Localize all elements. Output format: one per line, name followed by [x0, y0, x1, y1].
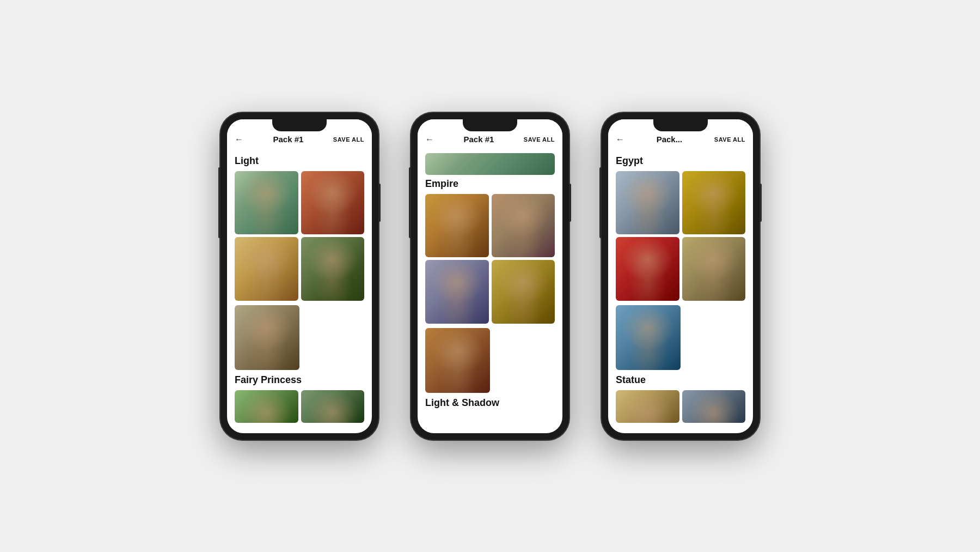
save-all-button-3[interactable]: SAVE ALL [714, 136, 745, 143]
image-fairy-2[interactable] [301, 390, 365, 423]
notch-3 [653, 119, 708, 131]
app-content-2: ← Pack #1 SAVE ALL Empire [418, 119, 562, 433]
phone-1: ← Pack #1 SAVE ALL Light Fairy Princes [220, 113, 378, 440]
section-title-empire: Empire [425, 178, 555, 190]
image-grid-empire-single [425, 328, 555, 393]
scroll-content-3: Egypt Statue [608, 149, 753, 433]
image-empire-3[interactable] [425, 260, 489, 324]
partial-top-image[interactable] [425, 153, 555, 175]
image-empire-1[interactable] [425, 194, 489, 258]
image-statue-1[interactable] [616, 390, 679, 423]
image-grid-light [235, 171, 364, 301]
image-fairy-1[interactable] [235, 390, 298, 423]
notch-2 [463, 119, 517, 131]
image-grid-fairy [235, 390, 364, 423]
image-empire-5[interactable] [425, 328, 490, 393]
header-title-1: Pack #1 [273, 135, 303, 144]
image-egypt-4[interactable] [682, 237, 746, 301]
app-content-3: ← Pack... SAVE ALL Egypt Statue [608, 119, 753, 433]
back-button-1[interactable]: ← [235, 135, 243, 144]
header-title-2: Pack #1 [463, 135, 494, 144]
phone-2: ← Pack #1 SAVE ALL Empire [411, 113, 569, 440]
app-content-1: ← Pack #1 SAVE ALL Light Fairy Princes [227, 119, 372, 433]
image-empire-2[interactable] [492, 194, 555, 258]
image-grid-egypt-single [616, 305, 745, 370]
section-title-light-shadow: Light & Shadow [425, 397, 555, 409]
image-light-2[interactable] [301, 171, 365, 235]
image-light-1[interactable] [235, 171, 298, 235]
section-title-egypt: Egypt [616, 155, 745, 167]
save-all-button-2[interactable]: SAVE ALL [524, 136, 555, 143]
image-grid-egypt [616, 171, 745, 301]
back-button-3[interactable]: ← [616, 135, 624, 144]
header-title-3: Pack... [657, 135, 683, 144]
phone-3: ← Pack... SAVE ALL Egypt Statue [602, 113, 759, 440]
image-egypt-2[interactable] [682, 171, 746, 235]
section-title-statue: Statue [616, 374, 745, 386]
image-empire-4[interactable] [492, 260, 555, 324]
image-egypt-3[interactable] [616, 237, 679, 301]
phone-screen-2: ← Pack #1 SAVE ALL Empire [418, 119, 562, 433]
image-grid-light-single [235, 305, 364, 370]
image-light-3[interactable] [235, 237, 298, 301]
save-all-button-1[interactable]: SAVE ALL [333, 136, 364, 143]
image-egypt-5[interactable] [616, 305, 681, 370]
phone-screen-3: ← Pack... SAVE ALL Egypt Statue [608, 119, 753, 433]
section-title-fairy: Fairy Princess [235, 374, 364, 386]
scroll-content-2: Empire Light & Shadow [418, 149, 562, 433]
section-title-light: Light [235, 155, 364, 167]
back-button-2[interactable]: ← [425, 135, 434, 144]
image-light-5[interactable] [235, 305, 299, 370]
image-grid-statue [616, 390, 745, 423]
phone-screen-1: ← Pack #1 SAVE ALL Light Fairy Princes [227, 119, 372, 433]
image-statue-2[interactable] [682, 390, 746, 423]
image-egypt-1[interactable] [616, 171, 679, 235]
image-light-4[interactable] [301, 237, 365, 301]
notch-1 [272, 119, 327, 131]
scroll-content-1: Light Fairy Princess [227, 149, 372, 433]
image-grid-empire [425, 194, 555, 324]
